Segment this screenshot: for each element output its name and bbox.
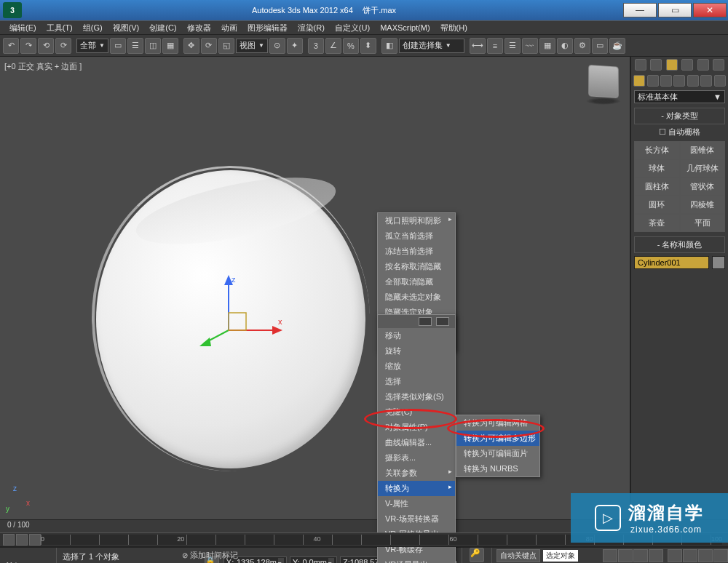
close-button[interactable]: ✕ <box>693 3 727 17</box>
render-frame-button[interactable]: ▭ <box>592 38 608 54</box>
ctx-select-similar[interactable]: 选择类似对象(S) <box>378 389 455 404</box>
subtab-geometry-icon[interactable] <box>633 75 645 87</box>
prev-frame-button[interactable] <box>618 549 633 562</box>
sub-editable-poly[interactable]: 转换为可编辑多边形 <box>456 431 539 446</box>
subtab-helpers-icon[interactable] <box>687 75 699 87</box>
goto-start-button[interactable] <box>603 549 617 562</box>
ctx-obj-props[interactable]: 对象属性(P) <box>378 420 455 435</box>
trackbar-btn1[interactable] <box>3 534 15 546</box>
viewport-label[interactable]: [+0 正交 真实 + 边面 ] <box>4 61 82 72</box>
selection-filter-dropdown[interactable]: 全部▼ <box>76 39 108 53</box>
select-name-button[interactable]: ☰ <box>127 38 143 54</box>
lock-icon[interactable]: 🔑 <box>470 548 484 562</box>
angle-snap[interactable]: ∠ <box>325 38 341 54</box>
ctx-viewport-lighting[interactable]: 视口照明和阴影 <box>378 213 455 228</box>
menu-edit[interactable]: 编辑(E) <box>4 23 41 33</box>
sub-editable-patch[interactable]: 转换为可编辑面片 <box>456 446 539 461</box>
named-sel-button[interactable]: ◧ <box>381 38 397 54</box>
pan-button[interactable] <box>668 549 682 562</box>
fov-button[interactable] <box>713 549 728 562</box>
geometry-category-dropdown[interactable]: 标准基本体▼ <box>634 90 725 103</box>
btn-geosphere[interactable]: 几何球体 <box>680 159 726 177</box>
btn-sphere[interactable]: 球体 <box>634 159 680 177</box>
link-button[interactable]: ⟲ <box>38 38 54 54</box>
menu-create[interactable]: 创建(C) <box>144 23 181 33</box>
curve-editor-button[interactable]: 〰 <box>522 38 538 54</box>
subtab-lights-icon[interactable] <box>660 75 672 87</box>
btn-plane[interactable]: 平面 <box>680 214 726 232</box>
ctx-isolate[interactable]: 孤立当前选择 <box>378 228 455 244</box>
quad-header-btn1[interactable] <box>419 317 432 326</box>
trackbar-btn3[interactable] <box>29 534 41 546</box>
spinner-snap[interactable]: ⬍ <box>360 38 376 54</box>
ctx-unhide-by-name[interactable]: 按名称取消隐藏 <box>378 259 455 274</box>
select-object-button[interactable]: ▭ <box>110 38 126 54</box>
ctx-clone[interactable]: 克隆(C) <box>378 404 455 420</box>
tab-modify-icon[interactable] <box>650 59 662 71</box>
tab-hierarchy-icon[interactable] <box>666 59 678 71</box>
viewcube[interactable] <box>588 65 618 98</box>
ctx-convert-to[interactable]: 转换为 <box>378 481 455 496</box>
menu-customize[interactable]: 自定义(U) <box>330 23 375 33</box>
render-setup-button[interactable]: ⚙ <box>574 38 590 54</box>
btn-cylinder[interactable]: 圆柱体 <box>634 177 680 196</box>
menu-animation[interactable]: 动画 <box>216 23 242 33</box>
percent-snap[interactable]: % <box>343 38 359 54</box>
snap-toggle[interactable]: 3 <box>308 38 324 54</box>
ctx-move[interactable]: 移动 <box>378 328 455 343</box>
autogrid-row[interactable]: ☐ 自动栅格 <box>631 124 728 140</box>
align-button[interactable]: ≡ <box>487 38 503 54</box>
ctx-dopesheet[interactable]: 摄影表... <box>378 450 455 466</box>
ctx-curve-editor[interactable]: 曲线编辑器... <box>378 435 455 450</box>
menu-tools[interactable]: 工具(T) <box>41 23 78 33</box>
window-crossing-button[interactable]: ▦ <box>162 38 178 54</box>
subtab-systems-icon[interactable] <box>714 75 726 87</box>
coord-y[interactable]: Y:-0.0mm▖ <box>290 556 337 563</box>
manip-button[interactable]: ✦ <box>287 38 303 54</box>
btn-torus[interactable]: 圆环 <box>634 196 680 214</box>
menu-modifiers[interactable]: 修改器 <box>182 23 216 33</box>
tab-display-icon[interactable] <box>697 59 709 71</box>
menu-group[interactable]: 组(G) <box>78 23 108 33</box>
ctx-vr-scene-converter[interactable]: VR-场景转换器 <box>378 511 455 527</box>
play-button[interactable] <box>633 549 648 562</box>
zoom-extents-button[interactable] <box>698 549 713 562</box>
move-button[interactable]: ✥ <box>183 38 199 54</box>
menu-render[interactable]: 渲染(R) <box>293 23 330 33</box>
trackbar-btn2[interactable] <box>16 534 28 546</box>
mirror-button[interactable]: ⟷ <box>470 38 486 54</box>
btn-tube[interactable]: 管状体 <box>680 177 726 196</box>
schematic-button[interactable]: ▦ <box>539 38 555 54</box>
btn-box[interactable]: 长方体 <box>634 141 680 159</box>
ctx-scale[interactable]: 缩放 <box>378 359 455 374</box>
layers-button[interactable]: ☰ <box>505 38 521 54</box>
rollout-name-color[interactable]: - 名称和颜色 <box>634 236 725 253</box>
object-color-swatch[interactable] <box>712 256 725 269</box>
ctx-hide-unselected[interactable]: 隐藏未选定对象 <box>378 290 455 305</box>
add-time-tag[interactable]: ⊘ 添加时间标记 <box>182 550 238 561</box>
subtab-shapes-icon[interactable] <box>647 75 659 87</box>
ctx-rotate[interactable]: 旋转 <box>378 343 455 359</box>
quad-header-btn2[interactable] <box>436 317 449 326</box>
undo-button[interactable]: ↶ <box>3 38 19 54</box>
btn-pyramid[interactable]: 四棱锥 <box>680 196 726 214</box>
rollout-object-type[interactable]: - 对象类型 <box>634 108 725 124</box>
ctx-vr-props[interactable]: V-属性 <box>378 496 455 511</box>
object-name-input[interactable]: Cylinder001 <box>634 256 709 269</box>
pivot-button[interactable]: ⊙ <box>269 38 285 54</box>
ctx-freeze[interactable]: 冻结当前选择 <box>378 244 455 259</box>
tab-motion-icon[interactable] <box>681 59 693 71</box>
btn-cone[interactable]: 圆锥体 <box>680 141 726 159</box>
ctx-vr-scene-export[interactable]: VR场景导出 <box>378 557 455 563</box>
material-editor-button[interactable]: ◐ <box>557 38 573 54</box>
btn-teapot[interactable]: 茶壶 <box>634 214 680 232</box>
menu-help[interactable]: 帮助(H) <box>435 23 472 33</box>
render-button[interactable]: ☕ <box>609 38 625 54</box>
next-frame-button[interactable] <box>649 549 663 562</box>
rotate-button[interactable]: ⟳ <box>201 38 217 54</box>
tab-create-icon[interactable] <box>635 59 646 71</box>
subtab-cameras-icon[interactable] <box>673 75 685 87</box>
ctx-unhide-all[interactable]: 全部取消隐藏 <box>378 274 455 290</box>
minimize-button[interactable]: — <box>623 3 657 17</box>
menu-view[interactable]: 视图(V) <box>108 23 145 33</box>
